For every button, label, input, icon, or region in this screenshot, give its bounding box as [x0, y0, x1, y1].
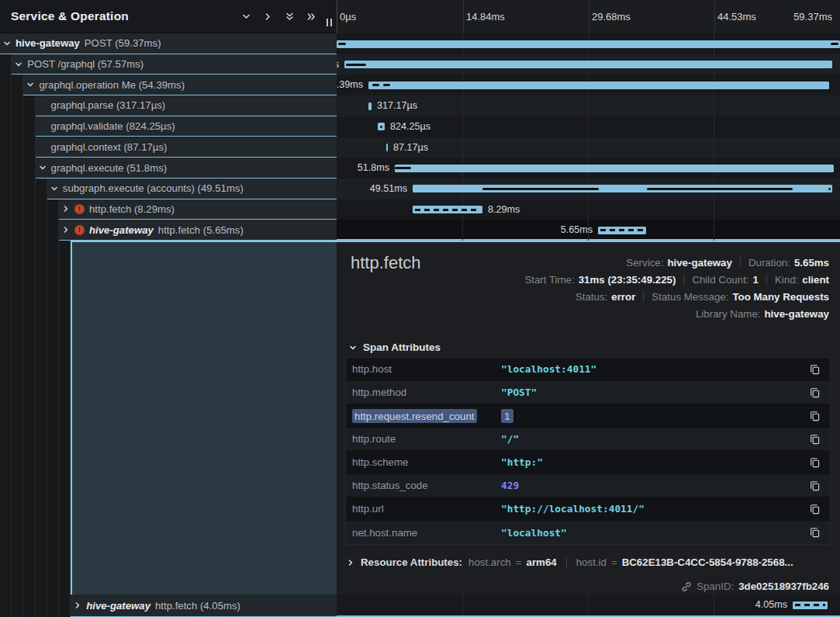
chevron-down-icon[interactable]: [50, 185, 58, 192]
tree-row[interactable]: hive-gatewayhttp.fetch (5.65ms): [59, 220, 337, 241]
attribute-row[interactable]: http.route"/": [346, 428, 830, 451]
span-bar[interactable]: [598, 227, 646, 234]
operation-label: POST (59.37ms): [85, 37, 161, 49]
chevron-down-icon[interactable]: [15, 61, 22, 68]
attribute-row[interactable]: http.status_code429: [346, 474, 830, 497]
attribute-row[interactable]: net.host.name"localhost": [346, 521, 830, 544]
duration-label: 57.57ms: [337, 59, 339, 70]
bar-dash-pattern: [415, 209, 480, 211]
copy-button[interactable]: [810, 434, 820, 445]
tree-row[interactable]: hive-gatewayhttp.fetch (4.05ms): [71, 594, 337, 617]
copy-icon[interactable]: [810, 387, 820, 398]
double-chevron-down-icon[interactable]: [285, 12, 295, 22]
span-bar[interactable]: [337, 40, 840, 48]
self-time-mark: [383, 84, 390, 86]
self-time-mark: [346, 64, 366, 66]
copy-icon[interactable]: [810, 411, 820, 421]
span-bar[interactable]: [395, 165, 834, 172]
copy-icon[interactable]: [810, 504, 820, 515]
gridline: [462, 594, 463, 615]
meta-label: Status:: [576, 291, 607, 303]
gridline: [463, 0, 464, 33]
meta-label: Service:: [626, 257, 663, 269]
chevron-right-icon[interactable]: [74, 601, 81, 609]
equals-sign: =: [516, 556, 522, 568]
tree-row[interactable]: graphql.execute (51.8ms): [36, 158, 337, 179]
tree-row[interactable]: graphql.validate (824.25µs): [36, 116, 337, 137]
divider: [566, 557, 567, 568]
timeline-tick: 44.53ms: [717, 11, 756, 23]
trace-viewer: Service & Operation hive-gatewayPOST (59…: [0, 0, 840, 617]
resource-key: host.arch: [468, 556, 511, 568]
operation-label: http.fetch (5.65ms): [158, 224, 244, 236]
copy-button[interactable]: [810, 411, 820, 421]
span-bar[interactable]: [793, 601, 828, 609]
span-bar[interactable]: [344, 61, 832, 68]
attribute-row[interactable]: http.scheme"http:": [346, 451, 830, 474]
meta-label: Library Name:: [696, 308, 761, 320]
meta-value: 5.65ms: [794, 257, 829, 269]
chevron-down-button[interactable]: [238, 9, 254, 25]
attribute-row[interactable]: http.host"localhost:4011": [346, 358, 830, 381]
operation-label: http.fetch (8.29ms): [89, 203, 175, 215]
copy-icon[interactable]: [810, 527, 820, 538]
attribute-row[interactable]: http.method"POST": [346, 381, 830, 404]
chevron-right-button[interactable]: [260, 9, 276, 25]
span-attributes-title: Span Attributes: [363, 341, 441, 353]
expanded-span-region: [71, 241, 337, 594]
resource-attributes-row[interactable]: Resource Attributes: host.arch=arm64host…: [347, 556, 793, 568]
copy-button[interactable]: [810, 457, 820, 468]
link-icon[interactable]: [681, 581, 692, 592]
divider: [766, 274, 767, 285]
chevron-right-icon[interactable]: [62, 205, 70, 213]
copy-button[interactable]: [810, 364, 820, 375]
meta-label: Status Message:: [652, 291, 728, 303]
attribute-value: "localhost:4011": [501, 363, 810, 375]
copy-icon[interactable]: [810, 480, 820, 491]
attribute-value: "localhost": [501, 527, 810, 539]
span-bar[interactable]: [386, 144, 388, 151]
service-name: hive-gateway: [86, 600, 150, 612]
copy-button[interactable]: [810, 480, 820, 491]
copy-icon[interactable]: [810, 457, 820, 468]
tree-controls: [238, 9, 320, 25]
waterfall-rows: 59.37ms57.57ms54.39ms317.17µs824.25µs87.…: [337, 33, 840, 241]
tree-row[interactable]: hive-gatewayPOST (59.37ms): [0, 33, 337, 54]
span-bar[interactable]: [368, 81, 829, 89]
panel-resize-handle[interactable]: [327, 19, 332, 26]
chevron-right-icon[interactable]: [263, 12, 273, 22]
chevron-down-icon[interactable]: [241, 12, 251, 22]
attribute-row[interactable]: http.url"http://localhost:4011/": [346, 497, 830, 521]
error-icon: [74, 225, 85, 235]
duration-label: 49.51ms: [370, 183, 407, 194]
copy-button[interactable]: [810, 527, 820, 538]
tree-row[interactable]: http.fetch (8.29ms): [59, 199, 337, 220]
span-bar[interactable]: [413, 185, 832, 192]
chevron-right-icon[interactable]: [62, 226, 70, 234]
attribute-key: http.url: [352, 503, 501, 515]
tree-row[interactable]: graphql.context (87.17µs): [36, 137, 337, 158]
tree-row[interactable]: POST /graphql (57.57ms): [12, 54, 337, 75]
attribute-row[interactable]: http.request.resend_count1: [346, 404, 830, 428]
tree-row[interactable]: graphql.parse (317.17µs): [36, 95, 337, 116]
span-bar[interactable]: [368, 102, 372, 110]
span-bar[interactable]: [413, 206, 482, 213]
chevron-down-icon[interactable]: [39, 164, 47, 172]
duration-label: 51.8ms: [358, 162, 389, 173]
chevron-down-icon[interactable]: [26, 81, 34, 88]
double-chevron-right-button[interactable]: [303, 9, 320, 25]
copy-icon[interactable]: [810, 434, 820, 445]
double-chevron-right-icon[interactable]: [306, 12, 316, 22]
copy-button[interactable]: [810, 387, 820, 398]
copy-icon[interactable]: [810, 364, 820, 375]
meta-line: Service:hive-gatewayDuration:5.65ms: [524, 254, 829, 271]
meta-value: Too Many Requests: [732, 291, 829, 303]
timeline-tick: 29.68ms: [592, 11, 631, 23]
double-chevron-down-button[interactable]: [282, 9, 298, 25]
span-bar[interactable]: [378, 123, 385, 130]
tree-row[interactable]: graphql.operation Me (54.39ms): [23, 75, 337, 95]
tree-row[interactable]: subgraph.execute (accounts) (49.51ms): [47, 179, 337, 199]
chevron-down-icon[interactable]: [3, 40, 11, 47]
span-attributes-header[interactable]: Span Attributes: [349, 341, 441, 353]
copy-button[interactable]: [810, 504, 820, 515]
